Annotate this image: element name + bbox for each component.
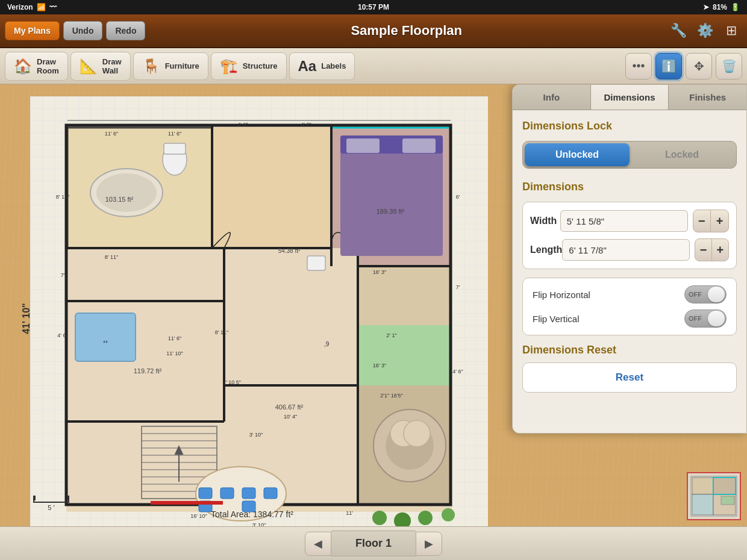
length-stepper: − +: [695, 238, 729, 261]
flip-vertical-row: Flip Vertical OFF: [533, 310, 727, 328]
furniture-label: Furniture: [165, 61, 199, 70]
svg-rect-98: [713, 478, 736, 494]
locked-option[interactable]: Locked: [630, 143, 734, 166]
length-increase-button[interactable]: +: [712, 239, 728, 261]
svg-rect-10: [67, 248, 357, 506]
info-panel-button[interactable]: ℹ️: [655, 53, 682, 79]
move-button[interactable]: ✥: [686, 53, 712, 79]
svg-text:6': 6': [456, 194, 460, 200]
flip-vertical-toggle[interactable]: OFF: [684, 310, 727, 328]
scale-line: [33, 496, 69, 503]
svg-text:119.72 ft²: 119.72 ft²: [134, 367, 162, 375]
status-right: ➤ 81% 🔋: [703, 3, 740, 11]
panel-content: Dimensions Lock Unlocked Locked Dimensio…: [513, 110, 746, 402]
reset-button[interactable]: Reset: [522, 362, 737, 393]
length-input[interactable]: [562, 239, 690, 261]
svg-point-63: [442, 508, 455, 521]
width-decrease-button[interactable]: −: [693, 210, 711, 232]
draw-wall-button[interactable]: 📐 DrawWall: [70, 52, 131, 81]
flip-horizontal-knob: [708, 287, 725, 302]
svg-text:10' 4": 10' 4": [284, 414, 297, 420]
tab-info[interactable]: Info: [513, 85, 591, 110]
draw-wall-icon: 📐: [80, 58, 98, 75]
furniture-button[interactable]: 🪑 Furniture: [133, 52, 208, 80]
svg-text:11' 6": 11' 6": [105, 131, 118, 137]
svg-rect-52: [264, 488, 277, 499]
width-input[interactable]: [560, 210, 688, 232]
next-floor-button[interactable]: ▶: [416, 532, 442, 556]
labels-button[interactable]: Aa Labels: [289, 52, 355, 80]
svg-text:54.38 ft²: 54.38 ft²: [278, 247, 301, 254]
flip-vertical-knob: [708, 311, 725, 326]
svg-text:,9: ,9: [324, 341, 330, 347]
width-stepper: − +: [693, 210, 729, 232]
draw-room-icon: 🏠: [14, 58, 32, 75]
svg-text:11' 6": 11' 6": [168, 131, 181, 137]
width-row: Width − +: [530, 210, 729, 232]
minimap[interactable]: [687, 472, 741, 520]
width-increase-button[interactable]: +: [711, 210, 728, 232]
svg-text:7' 10 5": 7' 10 5": [223, 379, 241, 385]
svg-text:3' 10": 3' 10": [249, 432, 263, 438]
svg-rect-44: [164, 143, 186, 154]
scale-text: 5 ': [48, 504, 54, 511]
svg-text:2' 1": 2' 1": [386, 332, 396, 338]
delete-button[interactable]: 🗑️: [716, 53, 742, 79]
svg-text:11' 6": 11' 6": [168, 335, 181, 341]
export-icon[interactable]: ⊞: [720, 20, 742, 42]
status-bar: Verizon 📶 〰 10:57 PM ➤ 81% 🔋: [0, 0, 747, 14]
my-plans-button[interactable]: My Plans: [5, 21, 60, 40]
floor-navigation: ◀ Floor 1 ▶: [305, 530, 442, 556]
labels-icon: Aa: [298, 58, 317, 75]
flip-horizontal-label: Flip Horizontal: [533, 290, 590, 300]
svg-rect-11: [212, 128, 331, 248]
prev-floor-button[interactable]: ◀: [305, 532, 331, 556]
svg-text:7': 7': [456, 284, 460, 290]
more-options-button[interactable]: •••: [625, 53, 652, 79]
lock-toggle-group: Unlocked Locked: [522, 141, 737, 169]
draw-room-button[interactable]: 🏠 DrawRoom: [5, 52, 68, 81]
svg-text:4' 6": 4' 6": [237, 122, 248, 128]
undo-button[interactable]: Undo: [63, 21, 103, 40]
svg-rect-49: [199, 488, 212, 499]
svg-rect-46: [75, 313, 136, 361]
toolbar-center: Sample Floorplan: [149, 23, 664, 39]
svg-rect-101: [721, 496, 734, 505]
main-toolbar: My Plans Undo Redo Sample Floorplan 🔧 ⚙️…: [0, 14, 747, 48]
flip-vertical-off-text: OFF: [689, 315, 702, 322]
svg-text:4' 6": 4' 6": [57, 332, 67, 338]
svg-text:189.39 ft²: 189.39 ft²: [377, 208, 405, 215]
tool-row-right: ••• ℹ️ ✥ 🗑️: [625, 53, 742, 79]
unlocked-option[interactable]: Unlocked: [525, 143, 630, 166]
svg-point-42: [96, 173, 157, 212]
floorplan-drawing[interactable]: ♦♦ 103.15 ft² 189.39 f: [30, 96, 488, 526]
svg-rect-51: [242, 488, 255, 499]
svg-point-60: [372, 511, 387, 525]
svg-text:16' 3": 16' 3": [373, 362, 386, 369]
redo-button[interactable]: Redo: [106, 21, 145, 40]
wifi-icon: 〰: [49, 3, 57, 11]
structure-label: Structure: [243, 61, 278, 70]
svg-point-62: [418, 511, 433, 525]
toolbar-left: My Plans Undo Redo: [5, 21, 145, 40]
length-row: Length − +: [530, 238, 729, 261]
tab-dimensions[interactable]: Dimensions: [591, 85, 669, 110]
dimensions-lock-title: Dimensions Lock: [522, 120, 737, 132]
wrench-icon[interactable]: 🔧: [667, 20, 689, 42]
flip-horizontal-toggle[interactable]: OFF: [684, 285, 727, 303]
settings-icon[interactable]: ⚙️: [694, 20, 716, 42]
status-center: 10:57 PM: [358, 3, 389, 11]
battery-text: 81%: [713, 3, 727, 11]
length-decrease-button[interactable]: −: [695, 239, 711, 261]
main-canvas-area: 41' 9" 41' 10": [0, 84, 747, 526]
structure-icon: 🏗️: [220, 58, 238, 75]
tab-finishes[interactable]: Finishes: [669, 85, 746, 110]
svg-point-58: [404, 420, 430, 447]
structure-button[interactable]: 🏗️ Structure: [211, 52, 287, 80]
svg-text:11': 11': [346, 510, 353, 516]
svg-text:3' 10": 3' 10": [252, 522, 266, 526]
flip-vertical-label: Flip Vertical: [533, 314, 580, 324]
toolbar-right: 🔧 ⚙️ ⊞: [667, 20, 742, 42]
svg-text:16' 10": 16' 10": [190, 513, 207, 519]
properties-panel: Info Dimensions Finishes Dimensions Lock…: [512, 84, 747, 434]
